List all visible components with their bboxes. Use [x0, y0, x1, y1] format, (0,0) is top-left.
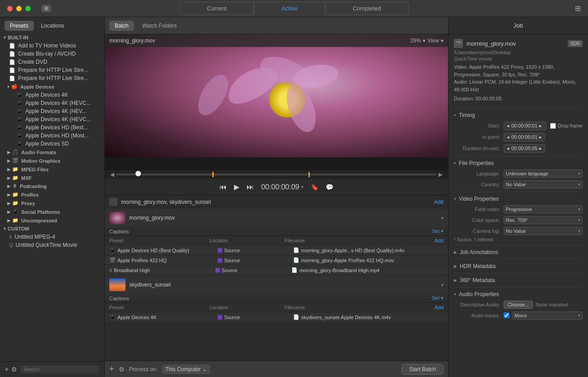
scrubber[interactable]: ◀ ▶ [105, 170, 448, 179]
audio-tracks-select[interactable]: Mono ▾ [512, 311, 583, 320]
scrubber-left-arrow[interactable]: ◀ [108, 171, 116, 178]
minimize-button[interactable] [16, 6, 22, 11]
timing-start-row: Start: ◂ 00:00:00:01 ▸ Drop frame [454, 120, 583, 132]
sidebar-mxf-header[interactable]: ▶ 📁 MXF [0, 174, 104, 182]
job-expand-icon[interactable]: ▾ [441, 216, 443, 221]
sidebar-item-dvd[interactable]: 📄 Create DVD [0, 58, 104, 66]
drop-frame-checkbox[interactable] [550, 123, 556, 129]
start-arrow-down[interactable]: ◂ [507, 123, 509, 129]
camera-log-select[interactable]: No Value ▾ [504, 227, 583, 235]
sidebar-item-http1[interactable]: 📄 Prepare for HTTP Live Stre... [0, 66, 104, 74]
process-on-select[interactable]: This Computer ⌄ [162, 365, 210, 374]
comment-button[interactable]: 💬 [326, 184, 333, 191]
view-button[interactable]: View [427, 38, 439, 44]
timecode-arrow-icon[interactable]: ▾ [301, 184, 303, 189]
tab-watch-folders[interactable]: Watch Folders [137, 21, 182, 31]
sidebar-item-label: Apple Devices HD (Most... [25, 132, 89, 139]
job-row-0-1[interactable]: 🎬 Apple ProRes 422 HQ Source 📄 morning_g… [105, 255, 448, 265]
bottom-add-button[interactable]: + [109, 364, 114, 374]
sidebar-builtin-header[interactable]: ▾ BUILT-IN [0, 33, 104, 42]
close-button[interactable] [7, 6, 13, 11]
sidebar-audio-formats-header[interactable]: ▶ 🎵 Audio Formats [0, 148, 104, 156]
sidebar-tab-locations[interactable]: Locations [36, 21, 70, 31]
tab-current[interactable]: Current [179, 2, 254, 15]
sidebar-item-bluray[interactable]: 📄 Create Blu-ray / AVCHD [0, 50, 104, 58]
job-item-header-morning-glory[interactable]: morning_glory.mov ▾ [105, 209, 448, 227]
sidebar-apple-devices-header[interactable]: ▾ 🍎 Apple Devices [0, 82, 104, 91]
sidebar-add-button[interactable]: + [5, 365, 9, 373]
sidebar-search-input[interactable] [20, 365, 100, 373]
field-order-select[interactable]: Progressive ▾ [504, 205, 583, 213]
inpoint-arrow-left[interactable]: ◂ [507, 134, 509, 140]
timing-section-header[interactable]: ▾ Timing [454, 108, 583, 120]
tab-completed[interactable]: Completed [325, 2, 409, 15]
threesixty-metadata-header[interactable]: ▶ 360° Metadata [454, 273, 583, 285]
grid-icon[interactable]: ⊞ [575, 4, 581, 13]
job-annotations-header[interactable]: ▶ Job Annotations [454, 245, 583, 257]
duration-arrow-right[interactable]: ▸ [539, 146, 542, 151]
sidebar-tab-presets[interactable]: Presets [5, 21, 34, 31]
sidebar-mpeg-header[interactable]: ▶ 📁 MPEG Files [0, 165, 104, 174]
skip-forward-button[interactable]: ⏭ [247, 183, 254, 191]
choose-button[interactable]: Choose... [504, 301, 533, 309]
sidebar-item-quicktime[interactable]: Q Untitled QuickTime Movie [0, 241, 104, 249]
duration-arrow-left[interactable]: ◂ [507, 146, 509, 151]
sidebar-item-http2[interactable]: 📄 Prepare for HTTP Live Stre... [0, 74, 104, 82]
scrubber-thumb[interactable] [135, 171, 141, 176]
inpoint-value[interactable]: ◂ 00:00:00:01 ▸ [504, 133, 545, 141]
view-arrow-icon: ▾ [441, 38, 443, 44]
job-add-button-1[interactable]: Add [434, 305, 443, 310]
sidebar-item-apple-hd-best[interactable]: 📱 Apple Devices HD (Best... [0, 123, 104, 132]
scrubber-track[interactable] [116, 174, 437, 175]
job-row-0-0[interactable]: 📱 Apple Devices HD (Best Quality) Source… [105, 245, 448, 255]
sidebar-item-apple-hd-most[interactable]: 📱 Apple Devices HD (Most... [0, 132, 104, 140]
audio-tracks-checkbox[interactable] [504, 312, 509, 318]
bottom-gear-button[interactable]: ⚙ [119, 366, 125, 373]
captions-set-button[interactable]: Set ▾ [432, 228, 443, 234]
job-row-1-0[interactable]: 📱 Apple Devices 4K Source 📄 skydivers_su… [105, 312, 448, 322]
tab-batch[interactable]: Batch [109, 21, 134, 31]
language-select[interactable]: Unknown language ▾ [504, 170, 583, 178]
sidebar-motion-graphics-header[interactable]: ▶ 🎬 Motion Graphics [0, 156, 104, 165]
sidebar-item-apple-4k-hevc3[interactable]: 📱 Apple Devices 4K (HEVC... [0, 115, 104, 123]
sidebar-uncompressed-header[interactable]: ▶ 📁 Uncompressed [0, 216, 104, 225]
sidebar-item-apple-4k[interactable]: 📱 Apple Devices 4K [0, 91, 104, 99]
file-properties-header[interactable]: ▾ File Properties [454, 156, 583, 168]
sidebar-toggle-button[interactable]: ⊞ [42, 5, 51, 12]
job-add-button-0[interactable]: Add [434, 238, 443, 243]
play-button[interactable]: ▶ [234, 183, 239, 191]
sidebar-item-apple-4k-hevc2[interactable]: 📱 Apple Devices 4K (HEV... [0, 107, 104, 115]
start-arrow-up[interactable]: ▸ [539, 123, 542, 129]
sidebar-item-mpeg4[interactable]: 4 Untitled MPEG-4 [0, 233, 104, 241]
start-batch-button[interactable]: Start Batch [401, 364, 443, 375]
maximize-button[interactable] [25, 6, 31, 11]
bookmark-button[interactable]: 🔖 [311, 184, 318, 191]
captions-set-button-2[interactable]: Set ▾ [432, 295, 443, 301]
hdr-metadata-header[interactable]: ▶ HDR Metadata [454, 259, 583, 271]
sidebar-prores-header[interactable]: ▶ 📁 ProRes [0, 190, 104, 199]
sidebar-gear-button[interactable]: ⚙ [11, 366, 17, 373]
color-space-select[interactable]: Rec. 709* ▾ [504, 216, 583, 224]
start-value[interactable]: ◂ 00:00:00:01 ▸ [504, 122, 546, 130]
skip-back-button[interactable]: ⏮ [219, 183, 227, 191]
sidebar-item-add-tv[interactable]: 📄 Add to TV Home Videos [0, 42, 104, 50]
sidebar-item-apple-4k-hevc1[interactable]: 📱 Apple Devices 4K (HEVC... [0, 99, 104, 107]
batch-add-button[interactable]: Add [434, 199, 443, 205]
sidebar-social-header[interactable]: ▶ 📱 Social Platforms [0, 207, 104, 216]
inpoint-arrow-right[interactable]: ▸ [539, 134, 542, 140]
job-item-header-skydivers[interactable]: skydivers_sunset ▾ [105, 276, 448, 294]
sidebar-podcasting-header[interactable]: ▶ 🎙 Podcasting [0, 182, 104, 190]
job-expand-icon-2[interactable]: ▾ [441, 283, 443, 287]
country-select[interactable]: No Value ▾ [504, 180, 583, 188]
sidebar-item-apple-sd[interactable]: 📱 Apple Devices SD [0, 140, 104, 148]
location-dot-icon [218, 248, 222, 253]
scrubber-right-arrow[interactable]: ▶ [437, 171, 444, 178]
sidebar-proxy-header[interactable]: ▶ 📁 Proxy [0, 199, 104, 207]
sidebar-custom-header[interactable]: ▾ CUSTOM [0, 225, 104, 233]
video-properties-header[interactable]: ▾ Video Properties [454, 192, 583, 204]
audio-properties-header[interactable]: ▾ Audio Properties [454, 287, 583, 299]
traffic-lights [0, 6, 38, 11]
duration-value[interactable]: ◂ 00:00:05:05 ▸ [504, 144, 545, 153]
job-row-0-2[interactable]: 4 Broadband High Source 📄 morning_glory-… [105, 265, 448, 275]
tab-active[interactable]: Active [254, 2, 325, 15]
